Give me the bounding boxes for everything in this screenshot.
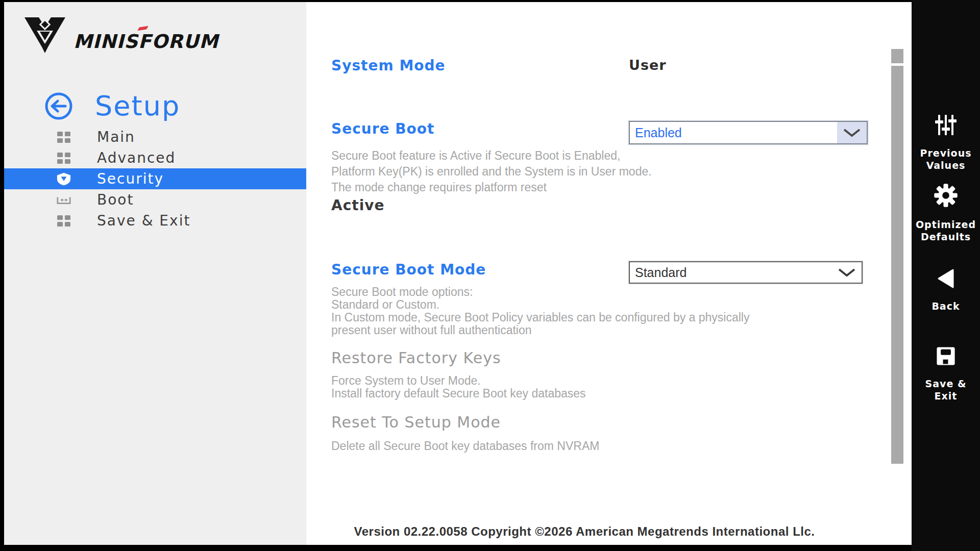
minisforum-logo-text: MINISFORUM [74, 31, 218, 53]
previous-values-button[interactable]: Previous Values [912, 113, 980, 171]
sliders-icon [934, 113, 958, 139]
boot-device-icon [56, 192, 71, 208]
grid-icon [56, 151, 71, 166]
sidebar-item-label: Boot [97, 191, 134, 208]
sidebar-item-label: Save & Exit [97, 212, 190, 229]
chevron-down-icon [837, 122, 867, 143]
sidebar-item-advanced[interactable]: Advanced [4, 147, 306, 168]
scrollbar-thumb[interactable] [891, 49, 903, 63]
logo-red-accent [137, 26, 148, 31]
hotkey-action-bar: Previous Values Optimized Defaults [912, 0, 980, 551]
optimized-defaults-label: Optimized Defaults [912, 218, 980, 243]
save-exit-label: Save & Exit [912, 378, 980, 402]
minisforum-logo-mark [19, 13, 70, 60]
bios-version-footer: Version 02.22.0058 Copyright ©2026 Ameri… [306, 524, 863, 539]
secure-boot-label: Secure Boot [331, 120, 434, 137]
minisforum-logo: MINISFORUM [19, 13, 218, 60]
grid-icon [56, 213, 71, 229]
secure-boot-mode-label: Secure Boot Mode [331, 261, 486, 278]
restore-factory-keys-action[interactable]: Restore Factory Keys [331, 349, 501, 367]
back-label: Back [927, 300, 964, 312]
secure-boot-dropdown[interactable]: Enabled [629, 121, 868, 144]
restore-factory-keys-help: Force System to User Mode. Install facto… [331, 374, 586, 400]
secure-boot-mode-dropdown[interactable]: Standard [629, 261, 863, 284]
secure-boot-status: Active [331, 197, 385, 214]
secure-boot-dropdown-value: Enabled [630, 122, 837, 143]
back-circle-icon[interactable] [44, 91, 74, 121]
save-icon [935, 345, 957, 369]
security-settings-panel: System Mode User Secure Boot Enabled Sec… [306, 2, 912, 545]
sidebar-item-save-exit[interactable]: Save & Exit [4, 210, 306, 231]
reset-to-setup-mode-help: Delete all Secure Boot key databases fro… [331, 440, 599, 453]
sidebar-item-main[interactable]: Main [4, 127, 306, 147]
sidebar-item-boot[interactable]: Boot [4, 189, 306, 210]
sidebar-item-security[interactable]: Security [4, 168, 306, 189]
scrollbar-track[interactable] [891, 66, 903, 464]
secure-boot-mode-help: Secure Boot mode options: Standard or Cu… [331, 286, 749, 337]
secure-boot-help: Secure Boot feature is Active if Secure … [331, 148, 652, 195]
chevron-down-icon [832, 262, 862, 283]
back-triangle-icon [935, 267, 957, 292]
sidebar-item-label: Security [97, 170, 164, 187]
back-button[interactable]: Back [912, 267, 980, 312]
scrollbar[interactable] [891, 49, 903, 467]
reset-to-setup-mode-action[interactable]: Reset To Setup Mode [331, 413, 501, 431]
system-mode-value: User [629, 57, 667, 73]
system-mode-label: System Mode [331, 57, 446, 74]
setup-menu: Main Advanced [4, 127, 306, 231]
sidebar-item-label: Main [97, 129, 135, 145]
setup-header: Setup [44, 90, 180, 122]
left-sidebar: MINISFORUM Setup [4, 2, 306, 545]
gear-icon [933, 183, 959, 210]
sidebar-item-label: Advanced [97, 149, 176, 166]
previous-values-label: Previous Values [912, 147, 980, 171]
bios-setup-screen: MINISFORUM Setup [0, 0, 980, 551]
setup-title: Setup [95, 90, 180, 122]
shield-icon [56, 171, 71, 187]
optimized-defaults-button[interactable]: Optimized Defaults [912, 183, 980, 243]
secure-boot-mode-dropdown-value: Standard [630, 262, 832, 283]
grid-icon [56, 130, 71, 145]
save-exit-button[interactable]: Save & Exit [912, 345, 980, 402]
